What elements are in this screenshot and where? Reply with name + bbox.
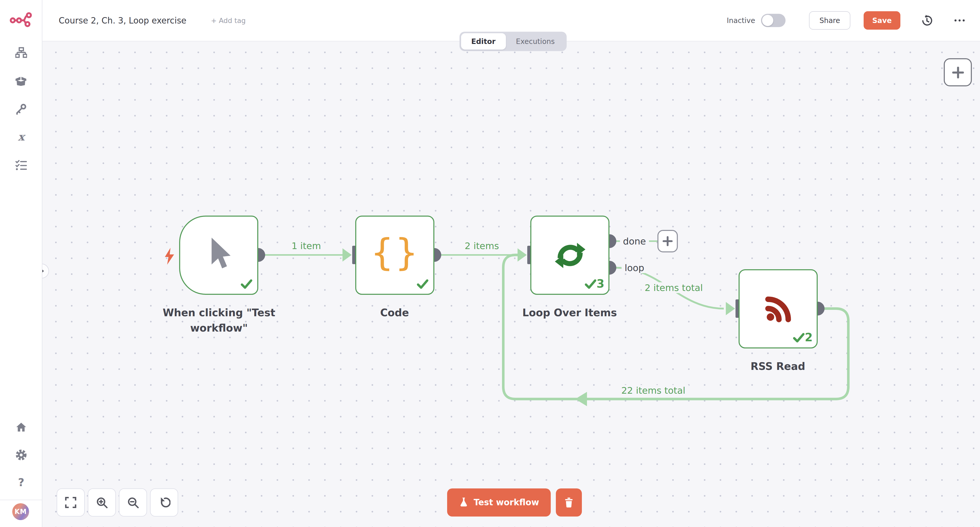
node-status-success: 3 (584, 278, 605, 291)
sidebar-item-variables[interactable]: x (10, 126, 32, 148)
share-button[interactable]: Share (809, 11, 850, 30)
workflow-status-label: Inactive (727, 16, 755, 24)
save-button[interactable]: Save (864, 11, 900, 30)
node-loop-over-items[interactable]: 3 (530, 216, 609, 295)
node-label-code: Code (344, 305, 445, 320)
sidebar-nav: x (10, 42, 32, 176)
node-label-trigger: When clicking "Test workflow" (156, 305, 282, 336)
trigger-bolt-icon (164, 248, 176, 265)
node-when-clicking-test-workflow[interactable] (179, 216, 258, 295)
question-icon: ? (15, 476, 27, 488)
sidebar-divider (0, 500, 42, 500)
wire-label-22-items-total: 22 items total (618, 385, 688, 396)
sidebar-item-executions[interactable] (10, 154, 32, 176)
run-count: 2 (805, 332, 813, 343)
check-icon (416, 278, 429, 291)
n8n-logo-icon[interactable] (10, 11, 32, 27)
node-label-rss: RSS Read (727, 359, 829, 374)
sidebar-bottom-nav: ? (0, 417, 42, 493)
add-node-button[interactable] (944, 58, 972, 86)
toggle-knob (762, 15, 773, 26)
zoom-out-button[interactable] (119, 489, 147, 516)
workflow-active-toggle[interactable] (761, 14, 786, 27)
n8n-app: x ? KM Course 2, Ch. 3, Loop exercise + … (0, 0, 980, 527)
wire-label-2-items: 2 items (462, 240, 502, 251)
node-label-loop: Loop Over Items (519, 305, 620, 320)
tab-executions[interactable]: Executions (506, 33, 565, 50)
fit-view-icon (65, 497, 76, 508)
home-icon (15, 421, 27, 433)
code-braces-icon: {} (370, 231, 419, 273)
test-workflow-label: Test workflow (474, 498, 539, 507)
loop-icon (553, 238, 587, 272)
output-label-loop: loop (622, 262, 648, 273)
sidebar-item-templates[interactable] (10, 70, 32, 91)
cursor-icon (206, 236, 231, 270)
avatar[interactable]: KM (12, 503, 29, 520)
check-icon (584, 278, 597, 291)
zoom-in-icon (96, 496, 108, 509)
add-node-from-done-button[interactable] (657, 230, 678, 252)
node-code[interactable]: {} (355, 216, 434, 295)
sidebar-item-credentials[interactable] (10, 98, 32, 120)
workflow-history-button[interactable] (918, 12, 935, 29)
trash-icon (563, 497, 574, 508)
node-rss-read[interactable]: 2 (738, 269, 818, 348)
sidebar-item-home[interactable] (10, 417, 32, 438)
view-tabs: Editor Executions (460, 32, 566, 51)
check-icon (792, 331, 805, 344)
sidebar: x ? KM (0, 0, 42, 527)
sidebar-item-settings[interactable] (10, 444, 32, 465)
delete-workflow-button[interactable] (556, 489, 582, 516)
test-workflow-button[interactable]: Test workflow (447, 489, 551, 516)
fit-view-button[interactable] (57, 489, 85, 516)
rss-icon (763, 294, 794, 324)
sidebar-item-workflows[interactable] (10, 42, 32, 63)
plus-icon (662, 236, 673, 247)
zoom-out-icon (127, 496, 139, 509)
node-status-success (416, 278, 429, 291)
node-status-success (240, 278, 253, 291)
node-status-success: 2 (792, 331, 813, 344)
reset-zoom-button[interactable] (150, 489, 178, 516)
workflows-icon (15, 47, 27, 59)
plus-icon (951, 65, 964, 79)
flask-icon (459, 497, 469, 508)
key-icon (15, 103, 27, 115)
wire-label-1-item: 1 item (288, 240, 324, 251)
wire-label-2-items-total: 2 items total (641, 282, 706, 293)
zoom-in-button[interactable] (88, 489, 116, 516)
svg-text:?: ? (18, 476, 24, 488)
gear-icon (15, 449, 27, 461)
svg-text:x: x (18, 131, 25, 143)
list-check-icon (15, 159, 27, 171)
templates-box-icon (15, 75, 27, 86)
check-icon (240, 278, 253, 291)
sidebar-item-help[interactable]: ? (10, 471, 32, 493)
more-options-button[interactable] (950, 12, 969, 29)
output-label-done: done (620, 236, 649, 246)
workflow-canvas[interactable] (42, 42, 980, 527)
undo-icon (158, 496, 170, 509)
canvas-controls (57, 489, 178, 516)
workflow-title[interactable]: Course 2, Ch. 3, Loop exercise (59, 16, 186, 25)
history-icon (920, 14, 932, 27)
add-tag-button[interactable]: + Add tag (211, 16, 245, 24)
run-count: 3 (597, 278, 605, 290)
tab-editor[interactable]: Editor (461, 33, 506, 50)
variables-icon: x (15, 131, 27, 143)
